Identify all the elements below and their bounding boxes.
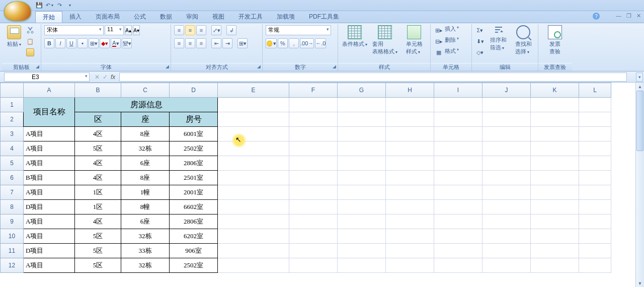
- cell[interactable]: 4区: [75, 214, 121, 229]
- find-select-button[interactable]: 查找和 选择: [512, 25, 535, 55]
- tab-data[interactable]: 数据: [153, 11, 179, 23]
- cell[interactable]: [531, 98, 579, 112]
- restore-icon[interactable]: ❐: [626, 13, 631, 19]
- cell[interactable]: A项目: [24, 156, 75, 171]
- cell[interactable]: 4区: [75, 171, 121, 185]
- cell[interactable]: [434, 98, 482, 112]
- cell[interactable]: [338, 98, 386, 112]
- cell[interactable]: [289, 185, 338, 200]
- cell[interactable]: [338, 244, 386, 258]
- cell[interactable]: [434, 200, 482, 214]
- row-header[interactable]: 5: [1, 156, 24, 171]
- cell[interactable]: 32栋: [121, 258, 170, 273]
- cell[interactable]: [579, 244, 611, 258]
- delete-cells-button[interactable]: ⊟▸: [434, 36, 444, 46]
- office-button[interactable]: [4, 1, 31, 21]
- underline-dropdown[interactable]: ▾: [77, 38, 88, 48]
- format-cells-button[interactable]: ▦: [434, 47, 444, 57]
- cell[interactable]: [579, 200, 611, 214]
- expand-formula-bar-icon[interactable]: ▾: [636, 73, 643, 82]
- cell[interactable]: [531, 127, 579, 141]
- close-icon[interactable]: ✕: [636, 13, 641, 19]
- cell[interactable]: [531, 258, 579, 273]
- cell[interactable]: 6602室: [170, 200, 218, 214]
- cell[interactable]: [338, 258, 386, 273]
- cell[interactable]: 1区: [75, 185, 121, 200]
- cell[interactable]: [218, 214, 289, 229]
- formula-input[interactable]: [119, 73, 627, 82]
- cell[interactable]: 5区: [75, 141, 121, 156]
- cell[interactable]: [386, 244, 434, 258]
- row-header[interactable]: 11: [1, 244, 24, 258]
- cell[interactable]: 5区: [75, 229, 121, 244]
- worksheet-grid[interactable]: A B C D E F G H I J K L 1 项目名称 房源信息 2 区 …: [0, 83, 635, 287]
- cell[interactable]: [338, 171, 386, 185]
- border-button[interactable]: ⊞▾: [89, 38, 99, 48]
- clipboard-launcher-icon[interactable]: ◢: [36, 64, 39, 69]
- merge-button[interactable]: ⊞▾: [237, 38, 248, 48]
- cell[interactable]: [289, 171, 338, 185]
- cell[interactable]: 5区: [75, 258, 121, 273]
- cell[interactable]: [289, 244, 338, 258]
- cell[interactable]: [482, 244, 531, 258]
- name-box[interactable]: E3: [4, 73, 90, 82]
- cell[interactable]: 906室: [170, 244, 218, 258]
- align-left-button[interactable]: ≡: [174, 38, 184, 48]
- cell[interactable]: [289, 112, 338, 127]
- paste-button[interactable]: 粘贴: [5, 25, 23, 48]
- cell[interactable]: [434, 229, 482, 244]
- cell[interactable]: 6202室: [170, 229, 218, 244]
- cell[interactable]: [482, 98, 531, 112]
- tab-home[interactable]: 开始: [35, 11, 62, 23]
- row-header[interactable]: 9: [1, 214, 24, 229]
- conditional-format-button[interactable]: 条件格式: [341, 25, 368, 48]
- row-header[interactable]: 3: [1, 127, 24, 141]
- cell[interactable]: [218, 127, 289, 141]
- cell[interactable]: [386, 171, 434, 185]
- cell[interactable]: 房号: [170, 112, 218, 127]
- col-header[interactable]: F: [289, 83, 338, 98]
- cell[interactable]: 2501室: [170, 171, 218, 185]
- scroll-up-icon[interactable]: ▲: [636, 83, 644, 90]
- cell[interactable]: [531, 214, 579, 229]
- qa-redo-icon[interactable]: ↷: [55, 2, 63, 10]
- cell[interactable]: 8座: [121, 127, 170, 141]
- cell[interactable]: 6001室: [170, 127, 218, 141]
- cell[interactable]: [338, 214, 386, 229]
- tab-view[interactable]: 视图: [205, 11, 231, 23]
- cell[interactable]: [482, 171, 531, 185]
- cell[interactable]: 8幢: [121, 200, 170, 214]
- align-right-button[interactable]: ≡: [196, 38, 206, 48]
- cell[interactable]: [289, 229, 338, 244]
- cell[interactable]: 33栋: [121, 244, 170, 258]
- col-header[interactable]: L: [579, 83, 611, 98]
- col-header[interactable]: I: [434, 83, 482, 98]
- cell[interactable]: [579, 258, 611, 273]
- cell[interactable]: [531, 229, 579, 244]
- phonetic-button[interactable]: 變▾: [122, 38, 132, 48]
- cell[interactable]: 2502室: [170, 141, 218, 156]
- help-icon[interactable]: ?: [593, 13, 600, 20]
- cell[interactable]: 2806室: [170, 156, 218, 171]
- cell[interactable]: [531, 185, 579, 200]
- cell[interactable]: 1区: [75, 200, 121, 214]
- cell[interactable]: [434, 171, 482, 185]
- cell[interactable]: [531, 112, 579, 127]
- tab-formulas[interactable]: 公式: [127, 11, 153, 23]
- orientation-button[interactable]: ⤢▾: [211, 25, 221, 35]
- format-as-table-button[interactable]: 套用 表格格式: [370, 25, 399, 55]
- col-header[interactable]: C: [121, 83, 170, 98]
- cell[interactable]: [579, 214, 611, 229]
- enter-formula-icon[interactable]: ✓: [103, 74, 108, 81]
- cell[interactable]: [531, 141, 579, 156]
- number-launcher-icon[interactable]: ◢: [333, 64, 336, 69]
- row-header[interactable]: 7: [1, 185, 24, 200]
- cell[interactable]: 4区: [75, 156, 121, 171]
- cell[interactable]: [218, 171, 289, 185]
- row-header[interactable]: 12: [1, 258, 24, 273]
- tab-insert[interactable]: 插入: [62, 11, 89, 23]
- scroll-down-icon[interactable]: ▼: [636, 279, 644, 287]
- fill-button[interactable]: ⬇▾: [475, 36, 485, 46]
- cell[interactable]: 2001室: [170, 185, 218, 200]
- cell[interactable]: [218, 141, 289, 156]
